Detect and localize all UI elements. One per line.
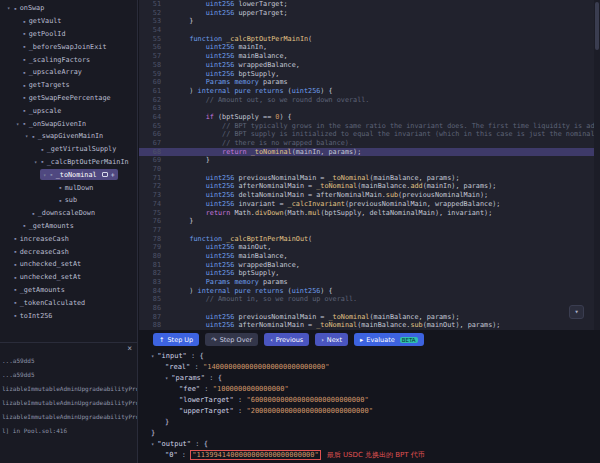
chevron-down-icon[interactable]: ▾ (7, 5, 14, 11)
comment-bubble-icon[interactable] (102, 172, 108, 177)
stack-frame-item[interactable]: ...a59dd5 (0, 354, 137, 368)
tree-item[interactable]: ▪decreaseCash (0, 245, 137, 258)
code-token (173, 148, 222, 156)
code-line[interactable]: 61 ) internal pure returns (uint256) { (139, 87, 600, 96)
step-up-button-label: Step Up (167, 336, 193, 344)
code-line[interactable]: 72 uint256 afterNominalMain = _toNominal… (139, 182, 600, 191)
code-token (173, 295, 206, 303)
code-line[interactable]: 68 return _toNominal(mainIn, params); (139, 148, 600, 157)
code-line[interactable]: 82 uint256 bptSupply, (139, 269, 600, 278)
tree-item[interactable]: ▪sub (0, 194, 137, 207)
code-line[interactable]: 84 ) internal pure returns (uint256) { (139, 287, 600, 296)
code-token: (mainOut), params); (423, 321, 501, 329)
code-line[interactable]: 54 (139, 26, 600, 35)
scroll-down-button[interactable]: ▾ (569, 305, 584, 319)
tree-item[interactable]: ▾▪onSwap (0, 2, 137, 15)
tree-item[interactable]: ▪_upscale (0, 104, 137, 117)
line-number: 54 (139, 26, 161, 35)
code-line[interactable]: 63 (139, 104, 600, 113)
code-line[interactable]: 78 function _calcBptInPerMainOut( (139, 235, 600, 244)
code-line[interactable]: 64 if (bptSupply == 0) { (139, 113, 600, 122)
line-number: 73 (139, 191, 161, 200)
collapse-arrow-icon[interactable]: ▾ (165, 375, 168, 381)
code-line[interactable]: 87 uint256 previousNominalMain = _toNomi… (139, 313, 600, 322)
tree-item[interactable]: ▾▪_swapGivenMainIn (0, 130, 137, 143)
collapse-arrow-icon[interactable]: ▾ (151, 353, 154, 359)
chevron-down-icon[interactable]: ▾ (43, 172, 50, 178)
stack-frame-item[interactable]: ...a59dd5 (0, 368, 137, 382)
code-line[interactable]: 57 uint256 mainBalance, (139, 52, 600, 61)
tree-item[interactable]: ▪getTargets (0, 79, 137, 92)
tree-item[interactable]: ▪_getVirtualSupply (0, 143, 137, 156)
code-line[interactable]: 66 // BPT supply is initialized to equal… (139, 130, 600, 139)
stack-frame-item[interactable]: lizableImmutableAdminUpgradeabilityProxy… (0, 410, 137, 424)
tree-item[interactable]: ▪getPoolId (0, 28, 137, 41)
code-token: // Amount out, so we round down overall. (206, 96, 370, 104)
tree-item[interactable]: ▪getSwapFeePercentage (0, 92, 137, 105)
tree-item[interactable]: ▪toInt256 (0, 309, 137, 322)
code-line[interactable]: 73 uint256 deltaNominalMain = afterNomin… (139, 191, 600, 200)
code-line[interactable]: 76 } (139, 217, 600, 226)
code-line[interactable]: 77 (139, 226, 600, 235)
tree-item[interactable]: ▪unchecked_setAt (0, 258, 137, 271)
code-line[interactable]: 55 function _calcBptOutPerMainIn( (139, 35, 600, 44)
tree-item[interactable]: ▪mulDown (0, 181, 137, 194)
tree-item[interactable]: ▪_upscaleArray (0, 66, 137, 79)
code-line[interactable]: 75 return Math.divDown(Math.mul(bptSuppl… (139, 209, 600, 218)
evaluate-button[interactable]: ▸EvaluateBETA (354, 333, 424, 346)
line-number: 57 (139, 52, 161, 61)
tree-item[interactable]: ▾▪_onSwapGivenIn (0, 117, 137, 130)
code-line[interactable]: 79 uint256 mainOut, (139, 243, 600, 252)
debug-row: "fee" : "1000000000000000" (139, 384, 600, 395)
close-icon[interactable]: × (127, 343, 132, 354)
code-line[interactable]: 86 (139, 304, 600, 313)
tree-item[interactable]: ▪_getAmounts (0, 284, 137, 297)
editor-scrollbar[interactable] (594, 0, 600, 330)
code-token: mainIn, (234, 43, 267, 51)
stack-frame-item[interactable]: l] in Pool.sol:416 (0, 424, 137, 438)
collapse-arrow-icon[interactable]: ▾ (151, 441, 154, 447)
tree-item[interactable]: ▪_beforeSwapJoinExit (0, 40, 137, 53)
code-line[interactable]: 56 uint256 mainIn, (139, 43, 600, 52)
code-line[interactable]: 85 // Amount in, so we round up overall. (139, 295, 600, 304)
code-line[interactable]: 81 uint256 wrappedBalance, (139, 261, 600, 270)
chevron-down-icon[interactable]: ▾ (34, 159, 41, 165)
code-line[interactable]: 69 } (139, 156, 600, 165)
code-line[interactable]: 74 uint256 invariant = _calcInvariant(pr… (139, 200, 600, 209)
step-up-button[interactable]: ↑Step Up (153, 333, 199, 346)
tree-item[interactable]: ▪_downscaleDown (0, 207, 137, 220)
code-line[interactable]: 52 uint256 upperTarget; (139, 9, 600, 18)
code-token: wrappedBalance, (234, 261, 299, 269)
code-line[interactable]: 70 (139, 165, 600, 174)
chevron-down-icon[interactable]: ▾ (25, 133, 32, 139)
tree-item[interactable]: ▪unchecked_setAt (0, 271, 137, 284)
chevron-down-icon[interactable]: ▾ (16, 121, 23, 127)
step-over-button[interactable]: ↷Step Over (205, 333, 258, 346)
stack-frame-item[interactable]: lizableImmutableAdminUpgradeabilityProxy… (0, 396, 137, 410)
code-line[interactable]: 71 uint256 previousNominalMain = _toNomi… (139, 174, 600, 183)
tree-item[interactable]: ▪_getAmounts (0, 220, 137, 233)
previous-button[interactable]: ‹Previous (264, 333, 309, 346)
code-line[interactable]: 60 Params memory params (139, 78, 600, 87)
add-icon[interactable]: + (111, 171, 115, 179)
code-line[interactable]: 53 } (139, 17, 600, 26)
tree-item[interactable]: ▾▪_calcBptOutPerMainIn (0, 156, 137, 169)
tree-item[interactable]: ▪getVault (0, 15, 137, 28)
code-line[interactable]: 62 // Amount out, so we round down overa… (139, 96, 600, 105)
code-line[interactable]: 67 // there is no wrapped balance). (139, 139, 600, 148)
code-line[interactable]: 80 uint256 mainBalance, (139, 252, 600, 261)
code-line[interactable]: 65 // BPT typically grows in the same ra… (139, 122, 600, 131)
code-line[interactable]: 51 uint256 lowerTarget; (139, 0, 600, 9)
code-line[interactable]: 83 Params memory params (139, 278, 600, 287)
code-line[interactable]: 59 uint256 bptSupply, (139, 70, 600, 79)
tree-item-label: onSwap (20, 4, 45, 12)
stack-frame-item[interactable]: lizableImmutableAdminUpgradeabilityProxy… (0, 382, 137, 396)
code-line[interactable]: 58 uint256 wrappedBalance, (139, 61, 600, 70)
tree-item[interactable]: ▪_scalingFactors (0, 53, 137, 66)
next-button[interactable]: ›Next (315, 333, 348, 346)
tree-item[interactable]: ▪_tokenCalculated (0, 296, 137, 309)
code-line[interactable]: 88 uint256 afterNominalMain = _toNominal… (139, 321, 600, 330)
tree-item[interactable]: ▾▪_toNominal+ (0, 168, 137, 181)
scrollbar-thumb[interactable] (595, 2, 599, 50)
tree-item[interactable]: ▪increaseCash (0, 232, 137, 245)
